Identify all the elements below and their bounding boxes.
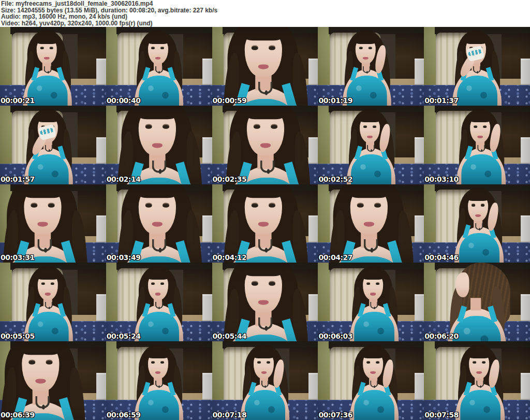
- person-necklace: [364, 239, 378, 251]
- video-thumbnail: 00:03:31: [0, 184, 106, 263]
- timestamp-overlay: 00:07:58: [424, 411, 459, 419]
- video-thumbnail: 00:07:36: [318, 341, 424, 420]
- thumbnail-image: [0, 184, 106, 263]
- person-eye: [373, 126, 376, 128]
- timestamp-overlay: 00:04:46: [424, 253, 459, 262]
- video-thumbnail: 00:00:40: [106, 27, 212, 106]
- person-eye: [251, 203, 258, 207]
- timestamp-overlay: 00:05:05: [1, 332, 35, 340]
- person-lips: [371, 371, 376, 374]
- person: [427, 341, 530, 420]
- person: [318, 106, 424, 184]
- thumbnail-image: [106, 106, 212, 184]
- person-bangs: [245, 106, 286, 119]
- person-bangs: [137, 184, 178, 198]
- person-necklace: [155, 66, 163, 73]
- person-necklace: [258, 317, 272, 330]
- thumbnail-grid: 00:00:21: [0, 27, 530, 420]
- person-lips: [258, 64, 268, 69]
- person-eye: [48, 203, 54, 207]
- timestamp-overlay: 00:06:03: [318, 332, 352, 340]
- timestamp-overlay: 00:07:36: [318, 411, 352, 419]
- person-eye: [376, 283, 379, 285]
- person: [428, 106, 530, 184]
- thumbnail-image: [212, 341, 318, 420]
- person-bangs: [37, 114, 59, 122]
- person-necklace: [45, 302, 53, 309]
- person-eye: [376, 361, 379, 364]
- person-bangs: [253, 350, 275, 358]
- timestamp-overlay: 00:07:18: [213, 411, 247, 419]
- person-bangs: [465, 36, 487, 44]
- person-necklace: [477, 145, 485, 152]
- person: [212, 27, 318, 106]
- person-top: [351, 154, 391, 184]
- person-lips: [477, 136, 483, 138]
- thumbnail-image: [0, 27, 106, 106]
- video-thumbnail: 00:07:18: [212, 341, 318, 420]
- person-lips: [37, 222, 48, 227]
- person-bangs: [362, 271, 384, 280]
- person-top: [457, 76, 497, 106]
- person-top: [139, 312, 179, 342]
- person: [0, 184, 106, 263]
- person-necklace: [44, 66, 52, 73]
- timestamp-overlay: 00:06:20: [424, 332, 459, 340]
- person: [212, 106, 318, 184]
- person-eye: [267, 361, 270, 364]
- person-eye: [473, 361, 476, 364]
- video-thumbnail: 00:01:37: [424, 27, 530, 106]
- person-necklace: [35, 396, 49, 409]
- video-thumbnail: 00:04:46: [424, 184, 530, 263]
- person-eye: [151, 361, 155, 364]
- timestamp-overlay: 00:00:40: [107, 96, 141, 105]
- person-bangs: [147, 36, 169, 44]
- person-eye: [366, 361, 370, 364]
- person-neck: [470, 298, 481, 311]
- person-lips: [475, 214, 481, 217]
- person: [106, 27, 212, 106]
- person-lips: [476, 371, 482, 374]
- timestamp-overlay: 00:00:59: [213, 96, 247, 105]
- person-necklace: [258, 82, 272, 94]
- person: [321, 341, 424, 420]
- person-eye: [28, 360, 35, 365]
- person-bangs: [355, 36, 377, 44]
- person-eye: [474, 126, 477, 128]
- person-eye: [151, 47, 155, 49]
- person: [424, 263, 530, 341]
- thumbnail-image: [318, 184, 424, 263]
- person-bangs: [37, 271, 59, 280]
- person: [426, 184, 530, 263]
- timestamp-overlay: 00:04:12: [213, 253, 247, 262]
- thumbnail-image: [106, 341, 212, 420]
- person-lips: [155, 371, 161, 374]
- person-bangs: [147, 271, 169, 280]
- person-necklace: [155, 302, 163, 309]
- thumbnail-image: [212, 184, 318, 263]
- person-eye: [359, 47, 363, 49]
- thumbnail-image: [318, 27, 424, 106]
- person-bangs: [147, 350, 169, 358]
- video-thumbnail: 00:05:24: [106, 263, 212, 341]
- person-face: [455, 273, 469, 297]
- person-top: [354, 390, 394, 420]
- person-eye: [483, 126, 487, 128]
- person-bangs: [242, 184, 284, 198]
- person-necklace: [260, 160, 274, 172]
- thumbnail-image: [212, 263, 318, 341]
- video-thumbnail: 00:06:20: [424, 263, 530, 341]
- thumbnail-image: [318, 263, 424, 341]
- person: [212, 263, 318, 341]
- person-top: [459, 233, 499, 263]
- person-necklace: [261, 381, 269, 387]
- person-eye: [160, 47, 164, 49]
- timestamp-overlay: 00:00:21: [1, 96, 35, 105]
- person-eye: [162, 125, 169, 129]
- video-thumbnail: 00:01:57: [0, 106, 106, 184]
- person-eye: [363, 126, 367, 128]
- audio-line: Audio: mp3, 16000 Hz, mono, 24 kb/s (und…: [1, 13, 530, 20]
- person-eye: [46, 360, 52, 365]
- thumbnail-image: [106, 263, 212, 341]
- person-necklace: [371, 381, 378, 387]
